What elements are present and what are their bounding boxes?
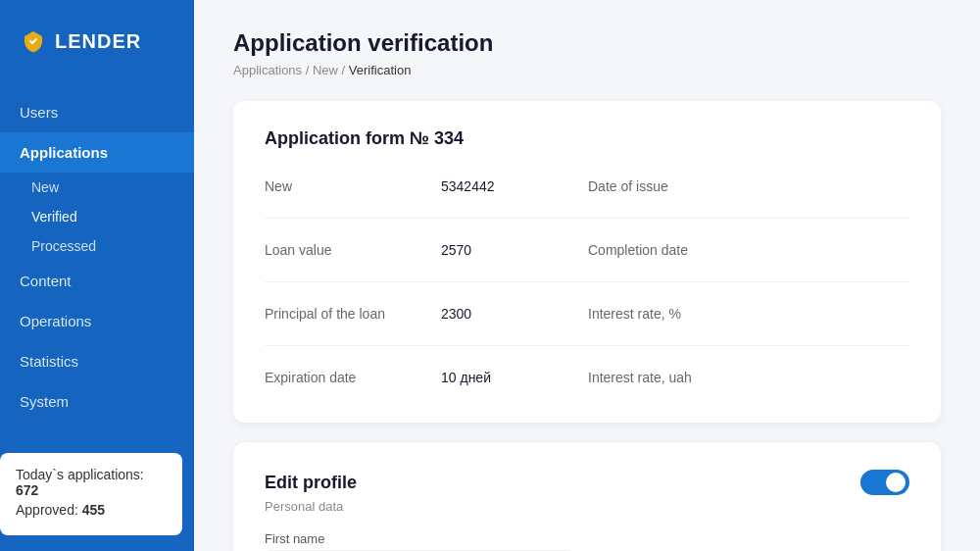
- profile-toggle[interactable]: [860, 470, 909, 495]
- field-label-principal: Principal of the loan: [265, 296, 441, 331]
- first-name-label: First name: [265, 531, 575, 546]
- breadcrumb-sep1: /: [306, 63, 313, 77]
- applications-submenu: New Verified Processed: [0, 173, 194, 261]
- table-row: Principal of the loan 2300 Interest rate…: [265, 296, 909, 331]
- sidebar-item-content[interactable]: Content: [0, 261, 194, 301]
- sidebar-item-users-label: Users: [20, 104, 58, 121]
- form-card-title: Application form № 334: [265, 128, 909, 149]
- section-label: Personal data: [265, 499, 909, 514]
- toggle-knob: [886, 473, 906, 492]
- field-label-loan-value: Loan value: [265, 232, 441, 268]
- field-value-date-issue: [735, 169, 909, 204]
- logo: LENDER: [0, 0, 194, 82]
- field-value-new: 5342442: [441, 169, 559, 204]
- sidebar-item-system-label: System: [20, 393, 69, 410]
- page-title: Application verification: [233, 29, 941, 57]
- sidebar-item-operations[interactable]: Operations: [0, 301, 194, 341]
- breadcrumb-sep2: /: [342, 63, 349, 77]
- sidebar-item-statistics[interactable]: Statistics: [0, 341, 194, 381]
- field-label-date-issue: Date of issue: [559, 169, 735, 204]
- table-row: Expiration date 10 дней Interest rate, u…: [265, 360, 909, 395]
- footer-applications-prefix: Today`s applications:: [16, 467, 144, 482]
- field-value-interest-pct: [735, 296, 909, 331]
- sidebar-item-users[interactable]: Users: [0, 92, 194, 132]
- breadcrumb: Applications / New / Verification: [233, 63, 941, 77]
- footer-applications: Today`s applications: 672: [16, 467, 167, 498]
- table-row: [265, 204, 909, 232]
- breadcrumb-part3: Verification: [349, 63, 412, 77]
- table-row: [265, 331, 909, 360]
- sidebar-item-system[interactable]: System: [0, 381, 194, 422]
- footer-approved: Approved: 455: [16, 502, 167, 518]
- sidebar-item-verified[interactable]: Verified: [0, 202, 194, 231]
- logo-text: LENDER: [55, 30, 141, 53]
- field-value-expiration: 10 дней: [441, 360, 559, 395]
- main-content: Application verification Applications / …: [194, 0, 980, 551]
- first-name-field: First name: [265, 531, 575, 551]
- edit-profile-card: Edit profile Personal data First name So…: [233, 442, 941, 551]
- breadcrumb-part2: New: [313, 63, 338, 77]
- field-label-interest-pct: Interest rate, %: [559, 296, 735, 331]
- footer-approved-value: 455: [82, 502, 105, 518]
- sidebar-item-processed-label: Processed: [31, 238, 96, 254]
- field-label-completion: Completion date: [559, 232, 735, 268]
- sidebar-item-new[interactable]: New: [0, 173, 194, 202]
- field-value-principal: 2300: [441, 296, 559, 331]
- table-row: Loan value 2570 Completion date: [265, 232, 909, 268]
- logo-icon: [20, 27, 47, 55]
- breadcrumb-part1: Applications: [233, 63, 302, 77]
- edit-profile-header: Edit profile: [265, 470, 909, 495]
- sidebar-item-verified-label: Verified: [31, 209, 77, 225]
- sidebar: LENDER Users Applications New Verified P…: [0, 0, 194, 551]
- sidebar-footer: Today`s applications: 672 Approved: 455: [0, 453, 182, 535]
- sidebar-item-statistics-label: Statistics: [20, 353, 78, 370]
- sidebar-navigation: Users Applications New Verified Processe…: [0, 82, 194, 443]
- edit-profile-title: Edit profile: [265, 473, 357, 493]
- field-label-interest-uah: Interest rate, uah: [559, 360, 735, 395]
- table-row: [265, 268, 909, 296]
- field-label-expiration: Expiration date: [265, 360, 441, 395]
- field-value-completion: [735, 232, 909, 268]
- sidebar-item-content-label: Content: [20, 273, 72, 289]
- field-value-interest-uah: [735, 360, 909, 395]
- field-value-loan-value: 2570: [441, 232, 559, 268]
- sidebar-item-applications-label: Applications: [20, 144, 108, 161]
- sidebar-item-new-label: New: [31, 179, 59, 195]
- sidebar-item-applications[interactable]: Applications: [0, 132, 194, 173]
- field-label-new: New: [265, 169, 441, 204]
- table-row: New 5342442 Date of issue: [265, 169, 909, 204]
- application-form-card: Application form № 334 New 5342442 Date …: [233, 101, 941, 423]
- footer-applications-value: 672: [16, 482, 38, 498]
- form-table: New 5342442 Date of issue Loan value 257…: [265, 169, 909, 395]
- footer-approved-prefix: Approved:: [16, 502, 82, 518]
- sidebar-item-processed[interactable]: Processed: [0, 231, 194, 261]
- sidebar-item-operations-label: Operations: [20, 313, 91, 329]
- form-row-firstname: First name Social ne: [265, 531, 909, 551]
